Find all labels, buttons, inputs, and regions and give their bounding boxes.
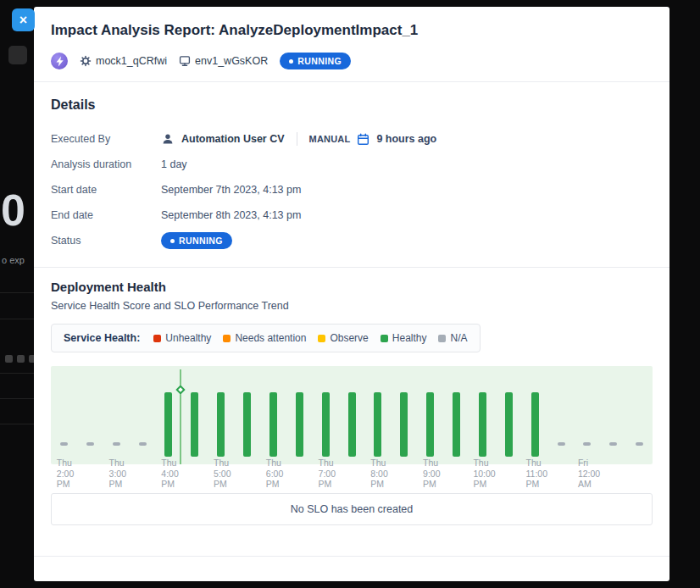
background-row-divider: [0, 319, 34, 319]
x-tick-label: Thu 3:00 PM: [109, 458, 126, 490]
chart-bar-cell: [548, 366, 575, 464]
x-tick-cell: [626, 458, 653, 480]
x-tick-label: Thu 10:00 PM: [473, 458, 495, 490]
healthy-bar: [191, 392, 198, 457]
healthy-bar: [164, 392, 172, 457]
chart-bar-cell: [103, 366, 130, 464]
legend-label: Healthy: [392, 332, 427, 344]
detail-label: Start date: [51, 184, 161, 196]
chart-bar-cell: [260, 366, 286, 464]
trigger-type-label: MANUAL: [309, 134, 351, 144]
user-icon: [161, 132, 175, 146]
background-row-divider: [0, 398, 34, 399]
legend-item: N/A: [438, 332, 467, 344]
modal-header: Impact Analysis Report: AnalyzeDeploymen…: [34, 7, 669, 81]
na-dash: [636, 442, 643, 446]
detail-value: September 7th 2023, 4:13 pm: [161, 184, 301, 196]
x-tick-cell: [339, 458, 365, 480]
na-dash: [86, 442, 94, 446]
na-dash: [558, 442, 565, 446]
chart-x-axis-labels: Thu 2:00 PMThu 3:00 PMThu 4:00 PMThu 5:0…: [51, 458, 653, 480]
legend-items: UnhealthyNeeds attentionObserveHealthyN/…: [153, 332, 467, 344]
background-row-divider: [0, 292, 34, 293]
healthy-bar: [453, 392, 460, 457]
x-tick-cell: Thu 6:00 PM: [260, 458, 286, 480]
modal-title: Impact Analysis Report: AnalyzeDeploymen…: [51, 22, 653, 39]
slo-empty-state: No SLO has been created: [51, 493, 653, 525]
legend-swatch-icon: [438, 335, 446, 342]
modal-close-button[interactable]: ×: [12, 8, 35, 31]
na-dash: [583, 442, 591, 446]
service-health-legend: Service Health: UnhealthyNeeds attention…: [51, 324, 481, 352]
x-tick-cell: Thu 3:00 PM: [103, 458, 130, 480]
background-app-icon: [8, 46, 27, 64]
service-health-chart: Thu 2:00 PMThu 3:00 PMThu 4:00 PMThu 5:0…: [51, 366, 653, 480]
healthy-bar: [217, 392, 225, 457]
background-metric-number: 0: [1, 185, 25, 236]
x-tick-label: Thu 8:00 PM: [370, 458, 387, 490]
x-tick-label: Thu 4:00 PM: [161, 458, 178, 490]
x-tick-label: Thu 6:00 PM: [266, 458, 283, 490]
detail-row: Start dateSeptember 7th 2023, 4:13 pm: [51, 177, 653, 202]
x-tick-label: Thu 7:00 PM: [319, 458, 336, 490]
x-tick-cell: Thu 8:00 PM: [365, 458, 392, 480]
mock-name: mock1_qCRfwi: [96, 55, 167, 67]
healthy-bar: [531, 392, 539, 457]
impact-analysis-report-modal: Impact Analysis Report: AnalyzeDeploymen…: [34, 7, 669, 581]
x-tick-cell: [443, 458, 469, 480]
x-tick-cell: [496, 458, 522, 480]
details-section: Details Executed By Automation User CV M…: [34, 82, 669, 267]
chart-subtitle: Service Health Score and SLO Performance…: [51, 300, 653, 312]
chart-bars: [51, 366, 653, 464]
x-tick-cell: Thu 10:00 PM: [469, 458, 496, 480]
x-tick-cell: [234, 458, 260, 480]
status-row: Status RUNNING: [51, 228, 653, 253]
legend-label: Needs attention: [235, 332, 306, 344]
chart-bar-cell: [443, 366, 469, 464]
detail-row: Analysis duration1 day: [51, 152, 653, 177]
legend-label: N/A: [450, 332, 467, 344]
x-tick-cell: [286, 458, 313, 480]
automation-avatar-icon: [51, 53, 68, 69]
x-tick-cell: Thu 4:00 PM: [156, 458, 182, 480]
x-tick-label: Fri 12:00 AM: [578, 458, 600, 490]
chart-bar-cell: [496, 366, 522, 464]
background-row-divider: [0, 373, 34, 374]
executed-by-value: Automation User CV MANUAL 9 hours ago: [161, 132, 436, 146]
na-dash: [139, 442, 147, 446]
background-mini-icon: [5, 355, 13, 363]
chart-bar-cell: [234, 366, 260, 464]
healthy-bar: [400, 392, 408, 457]
mock-reference-link[interactable]: mock1_qCRfwi: [80, 55, 167, 67]
x-tick-label: Thu 11:00 PM: [525, 458, 547, 490]
report-meta-row: mock1_qCRfwi env1_wGsKOR RUNNING: [51, 53, 653, 69]
chart-bar-cell: [208, 366, 234, 464]
detail-row: End dateSeptember 8th 2023, 4:13 pm: [51, 202, 653, 228]
x-tick-cell: [130, 458, 156, 480]
legend-swatch-icon: [153, 335, 161, 342]
legend-label: Observe: [330, 332, 368, 344]
status-value: RUNNING: [161, 232, 232, 249]
x-tick-cell: [391, 458, 417, 480]
x-tick-cell: [600, 458, 626, 480]
background-mini-icon: [17, 355, 25, 363]
healthy-bar: [479, 392, 486, 457]
environment-name: env1_wGsKOR: [195, 55, 268, 67]
chart-bar-cell: [417, 366, 443, 464]
detail-value: 1 day: [161, 158, 187, 170]
status-badge-label: RUNNING: [297, 56, 342, 66]
x-tick-cell: [548, 458, 575, 480]
chart-bar-cell: [156, 366, 182, 464]
chart-bar-cell: [339, 366, 365, 464]
chart-bar-cell: [600, 366, 626, 464]
status-dot-icon: [289, 59, 293, 64]
healthy-bar: [269, 392, 277, 457]
x-tick-label: Thu 2:00 PM: [57, 458, 74, 490]
chart-bar-cell: [365, 366, 392, 464]
environment-reference-link[interactable]: env1_wGsKOR: [179, 55, 268, 67]
modal-footer: [34, 556, 669, 581]
x-tick-cell: Thu 2:00 PM: [51, 458, 77, 480]
detail-label: Analysis duration: [51, 158, 161, 170]
deployment-health-section: Deployment Health Service Health Score a…: [34, 268, 669, 525]
vertical-separator: [297, 132, 297, 146]
